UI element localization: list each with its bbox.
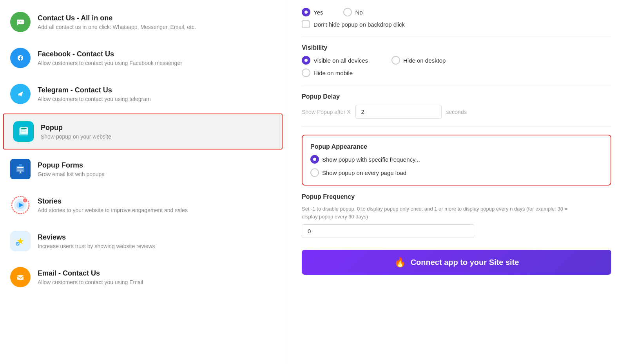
dont-hide-label: Don't hide popup on backdrop click: [314, 21, 405, 28]
svg-rect-16: [19, 164, 22, 166]
divider-1: [302, 36, 611, 36]
visible-all-label: Visible on all devices: [314, 57, 368, 64]
hide-mobile-option[interactable]: Hide on mobile: [302, 68, 611, 77]
reviews-desc: Increase users trust by showing website …: [38, 243, 275, 249]
app-item-popup-forms[interactable]: Popup Forms Grow email list with popups: [0, 151, 286, 187]
svg-rect-13: [17, 167, 24, 168]
popup-frequency-section: Popup Frequency Set -1 to disable popup,…: [302, 193, 611, 238]
app-item-facebook[interactable]: Facebook - Contact Us Allow customers to…: [0, 40, 286, 76]
contact-us-icon: [10, 12, 31, 32]
svg-rect-10: [21, 131, 26, 132]
every-page-label: Show popup on every page load: [322, 169, 406, 176]
reviews-icon: [10, 231, 31, 251]
facebook-title: Facebook - Contact Us: [38, 50, 275, 58]
svg-rect-14: [17, 169, 22, 169]
yes-label: Yes: [314, 9, 323, 16]
dont-hide-row: Don't hide popup on backdrop click: [302, 20, 611, 28]
app-item-contact-us[interactable]: Contact Us - All in one Add all contact …: [0, 4, 286, 40]
every-page-option[interactable]: Show popup on every page load: [310, 168, 603, 177]
no-label: No: [355, 9, 362, 16]
popup-frequency-desc: Set -1 to disable popup, 0 to display po…: [302, 205, 576, 220]
every-page-radio[interactable]: [310, 168, 319, 177]
yes-radio[interactable]: [302, 8, 310, 16]
visibility-group: Visibility Visible on all devices Hide o…: [302, 44, 611, 77]
contact-us-title: Contact Us - All in one: [38, 14, 275, 22]
svg-rect-8: [21, 128, 27, 129]
popup-delay-section: Popup Delay Show Popup after X seconds: [302, 93, 611, 119]
popup-delay-input[interactable]: [355, 105, 442, 119]
contact-us-desc: Add all contact us in one click: Whatsap…: [38, 24, 275, 30]
popup-delay-title: Popup Delay: [302, 93, 611, 100]
app-list-panel: Contact Us - All in one Add all contact …: [0, 0, 286, 364]
yes-option[interactable]: Yes: [302, 8, 323, 16]
reviews-text: Reviews Increase users trust by showing …: [38, 233, 275, 249]
popup-forms-text: Popup Forms Grow email list with popups: [38, 161, 275, 177]
visibility-row-1: Visible on all devices Hide on desktop: [302, 56, 611, 65]
visibility-title: Visibility: [302, 44, 611, 51]
svg-rect-15: [17, 170, 23, 171]
no-option[interactable]: No: [343, 8, 362, 16]
hide-mobile-label: Hide on mobile: [314, 70, 353, 76]
divider-2: [302, 85, 611, 85]
svg-rect-26: [17, 275, 24, 280]
popup-appearance-section: Popup Appearance Show popup with specifi…: [302, 135, 611, 186]
email-desc: Allow customers to contact you using Ema…: [38, 279, 275, 285]
contact-us-text: Contact Us - All in one Add all contact …: [38, 14, 275, 30]
stories-desc: Add stories to your website to improve e…: [38, 207, 275, 213]
svg-point-2: [20, 22, 21, 22]
popup-appearance-title: Popup Appearance: [310, 143, 603, 150]
connect-button-label: Connect app to your Site site: [411, 258, 519, 267]
stories-icon: +: [10, 195, 31, 215]
dont-hide-checkbox[interactable]: [302, 20, 310, 28]
visible-all-radio[interactable]: [302, 56, 310, 65]
hide-mobile-radio[interactable]: [302, 68, 310, 77]
telegram-text: Telegram - Contact Us Allow customers to…: [38, 86, 275, 102]
app-item-email[interactable]: Email - Contact Us Allow customers to co…: [0, 259, 286, 295]
visible-all-option[interactable]: Visible on all devices: [302, 56, 368, 65]
hide-desktop-radio[interactable]: [391, 56, 400, 65]
email-title: Email - Contact Us: [38, 269, 275, 278]
divider-3: [302, 126, 611, 127]
reviews-title: Reviews: [38, 233, 275, 241]
specific-freq-label: Show popup with specific frequency...: [322, 156, 420, 163]
popup-forms-desc: Grow email list with popups: [38, 171, 275, 177]
app-item-stories[interactable]: + Stories Add stories to your website to…: [0, 187, 286, 223]
no-radio[interactable]: [343, 8, 352, 16]
stories-text: Stories Add stories to your website to i…: [38, 197, 275, 213]
email-icon: [10, 267, 31, 287]
app-item-popup[interactable]: Popup Show popup on your website: [3, 114, 283, 150]
email-text: Email - Contact Us Allow customers to co…: [38, 269, 275, 285]
specific-freq-option[interactable]: Show popup with specific frequency...: [310, 155, 603, 164]
yes-no-row: Yes No: [302, 8, 611, 16]
hide-desktop-option[interactable]: Hide on desktop: [391, 56, 446, 65]
popup-desc: Show popup on your website: [41, 133, 272, 140]
yes-no-group: Yes No Don't hide popup on backdrop clic…: [302, 8, 611, 28]
popup-text: Popup Show popup on your website: [41, 124, 272, 140]
specific-freq-radio[interactable]: [310, 155, 319, 164]
popup-title: Popup: [41, 124, 272, 132]
facebook-text: Facebook - Contact Us Allow customers to…: [38, 50, 275, 66]
fire-emoji: 🔥: [394, 257, 406, 268]
popup-icon: [13, 121, 34, 142]
telegram-desc: Allow customers to contact you using tel…: [38, 96, 275, 102]
popup-frequency-input[interactable]: [302, 224, 474, 238]
app-item-reviews[interactable]: Reviews Increase users trust by showing …: [0, 223, 286, 259]
svg-point-1: [18, 22, 19, 22]
svg-text:+: +: [24, 199, 26, 203]
telegram-title: Telegram - Contact Us: [38, 86, 275, 94]
svg-rect-4: [15, 52, 26, 63]
hide-desktop-label: Hide on desktop: [403, 57, 446, 64]
delay-row: Show Popup after X seconds: [302, 105, 611, 119]
settings-panel: Yes No Don't hide popup on backdrop clic…: [286, 0, 627, 364]
popup-forms-title: Popup Forms: [38, 161, 275, 169]
connect-button[interactable]: 🔥 Connect app to your Site site: [302, 250, 611, 275]
facebook-desc: Allow customers to contact you using Fac…: [38, 60, 275, 66]
delay-seconds-label: seconds: [446, 109, 467, 115]
svg-rect-7: [20, 127, 28, 134]
facebook-icon: [10, 48, 31, 68]
popup-forms-icon: [10, 159, 31, 179]
app-item-telegram[interactable]: Telegram - Contact Us Allow customers to…: [0, 76, 286, 112]
delay-show-label: Show Popup after X: [302, 109, 351, 115]
stories-title: Stories: [38, 197, 275, 205]
svg-point-3: [22, 22, 22, 22]
